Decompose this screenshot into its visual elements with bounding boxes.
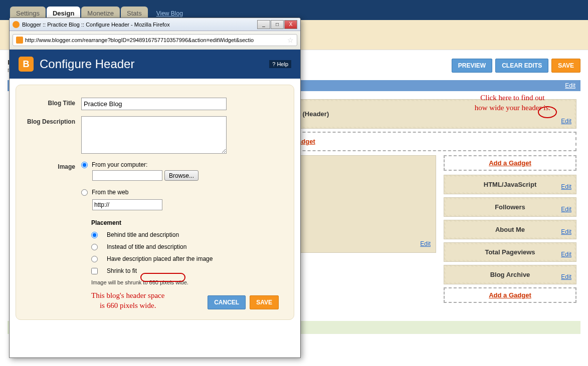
minimize-button[interactable]: _ bbox=[257, 20, 270, 29]
placement-label: Placement bbox=[91, 219, 284, 226]
popup-titlebar[interactable]: Blogger :: Practice Blog :: Configure He… bbox=[10, 18, 300, 31]
add-gadget-side[interactable]: Add a Gadget bbox=[444, 155, 576, 171]
url-text: http://www.blogger.com/rearrange?blogID=… bbox=[25, 37, 285, 43]
bookmark-star-icon[interactable]: ☆ bbox=[287, 36, 294, 44]
configure-header-title: Configure Header bbox=[40, 57, 134, 71]
help-link[interactable]: ? Help bbox=[269, 60, 291, 68]
web-url-input[interactable] bbox=[92, 199, 162, 210]
placement-behind-label: Behind title and description bbox=[107, 231, 179, 238]
popup-content: B Configure Header ? Help Blog Title Blo… bbox=[10, 50, 300, 358]
url-bar[interactable]: http://www.blogger.com/rearrange?blogID=… bbox=[13, 34, 297, 46]
widget-archive: Blog ArchiveEdit bbox=[444, 265, 576, 284]
blogger-logo-icon: B bbox=[19, 57, 34, 72]
popup-save-button[interactable]: SAVE bbox=[250, 295, 279, 309]
header-edit-link[interactable]: Edit bbox=[561, 118, 571, 125]
placement-after-radio[interactable] bbox=[91, 256, 98, 262]
url-toolbar: http://www.blogger.com/rearrange?blogID=… bbox=[10, 31, 300, 50]
edit-link[interactable]: Edit bbox=[561, 183, 571, 190]
shrink-note: Image will be shrunk to 660 pixels wide. bbox=[91, 279, 284, 285]
firefox-icon bbox=[13, 21, 20, 28]
from-web-radio[interactable] bbox=[81, 189, 88, 196]
placement-behind-radio[interactable] bbox=[91, 232, 98, 238]
maximize-button[interactable]: □ bbox=[271, 20, 284, 29]
add-gadget-bottom[interactable]: Add a Gadget bbox=[444, 287, 576, 303]
file-path-input[interactable] bbox=[92, 170, 162, 181]
placement-instead-radio[interactable] bbox=[91, 244, 98, 250]
blog-posts-edit[interactable]: Edit bbox=[420, 240, 431, 247]
blog-desc-input[interactable] bbox=[81, 116, 227, 154]
save-button[interactable]: SAVE bbox=[551, 59, 580, 73]
from-computer-label: From your computer: bbox=[92, 161, 147, 168]
blogger-favicon bbox=[16, 37, 23, 44]
clear-edits-button[interactable]: CLEAR EDITS bbox=[495, 59, 548, 73]
top-nav: Settings Design Monetize Stats View Blog bbox=[0, 0, 588, 20]
blog-title-input[interactable] bbox=[81, 98, 227, 110]
edit-link[interactable]: Edit bbox=[561, 273, 571, 280]
from-web-label: From the web bbox=[92, 189, 128, 196]
from-computer-radio[interactable] bbox=[81, 162, 88, 168]
annotation-660: This blog's header space is 660 pixels w… bbox=[91, 291, 164, 310]
red-circle-660 bbox=[140, 273, 185, 282]
widget-followers: FollowersEdit bbox=[444, 197, 576, 217]
image-label: Image bbox=[26, 161, 81, 210]
placement-after-label: Have description placed after the image bbox=[107, 255, 213, 262]
edit-link[interactable]: Edit bbox=[561, 251, 571, 258]
shrink-checkbox[interactable] bbox=[91, 268, 98, 274]
shrink-label: Shrink to fit bbox=[107, 267, 137, 274]
placement-instead-label: Instead of title and description bbox=[107, 243, 186, 250]
close-button[interactable]: X bbox=[284, 20, 297, 29]
widget-pageviews: Total PageviewsEdit bbox=[444, 242, 576, 262]
edit-link[interactable]: Edit bbox=[561, 228, 571, 235]
red-circle-edit bbox=[538, 106, 557, 118]
widget-about-me: About MeEdit bbox=[444, 220, 576, 239]
navbar-edit-link[interactable]: Edit bbox=[565, 82, 575, 89]
popup-title: Blogger :: Practice Blog :: Configure He… bbox=[22, 22, 170, 28]
preview-button[interactable]: PREVIEW bbox=[452, 59, 492, 73]
configure-header-popup: Blogger :: Practice Blog :: Configure He… bbox=[9, 18, 301, 358]
widget-html-js: HTML/JavaScriptEdit bbox=[444, 175, 576, 194]
configure-form: Blog Title Blog Description Image From y… bbox=[16, 85, 294, 320]
blog-desc-label: Blog Description bbox=[26, 116, 81, 155]
configure-header-bar: B Configure Header ? Help bbox=[10, 50, 300, 79]
edit-link[interactable]: Edit bbox=[561, 206, 571, 213]
cancel-button[interactable]: CANCEL bbox=[208, 295, 246, 309]
browse-button[interactable]: Browse... bbox=[164, 170, 199, 181]
blog-title-label: Blog Title bbox=[26, 98, 81, 110]
